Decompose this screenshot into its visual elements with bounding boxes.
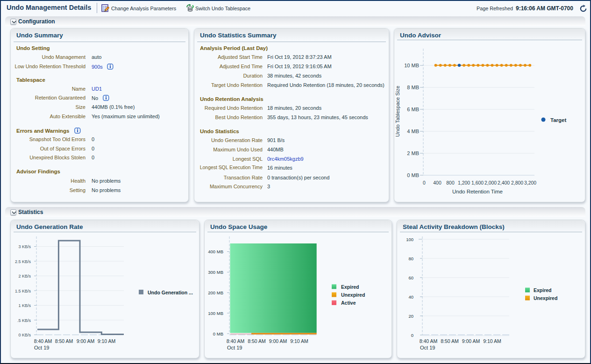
- svg-text:400: 400: [433, 180, 441, 186]
- svg-text:6 MB: 6 MB: [407, 107, 419, 112]
- svg-text:8:40 AM: 8:40 AM: [34, 338, 52, 344]
- svg-text:1 KB/s: 1 KB/s: [18, 303, 31, 308]
- svg-text:10 MB: 10 MB: [404, 63, 419, 68]
- svg-text:2,400: 2,400: [498, 180, 510, 186]
- svg-text:2,000: 2,000: [484, 180, 497, 186]
- svg-text:Oct 19: Oct 19: [34, 345, 49, 350]
- svg-text:Oct 19: Oct 19: [420, 345, 435, 350]
- svg-text:0 KB/s: 0 KB/s: [18, 333, 31, 337]
- svg-text:60: 60: [408, 275, 413, 280]
- svg-text:9:00 AM: 9:00 AM: [462, 338, 480, 344]
- svg-text:9:10 AM: 9:10 AM: [483, 338, 501, 344]
- svg-text:Expired: Expired: [534, 287, 552, 293]
- svg-text:8:50 AM: 8:50 AM: [248, 338, 266, 344]
- svg-text:400 MB: 400 MB: [208, 249, 223, 254]
- svg-text:2.5 KB/s: 2.5 KB/s: [15, 259, 31, 264]
- svg-text:8:50 AM: 8:50 AM: [55, 338, 73, 344]
- svg-text:8:40 AM: 8:40 AM: [227, 338, 245, 344]
- svg-text:.5 KB/s: .5 KB/s: [17, 318, 31, 323]
- svg-text:0: 0: [423, 180, 426, 186]
- svg-text:Target: Target: [550, 117, 566, 123]
- svg-text:0 MB: 0 MB: [213, 331, 223, 336]
- svg-text:100: 100: [406, 237, 413, 242]
- svg-text:0: 0: [411, 333, 413, 338]
- svg-text:200 MB: 200 MB: [208, 290, 223, 295]
- svg-text:4 MB: 4 MB: [407, 128, 419, 134]
- svg-text:Undo Generation ...: Undo Generation ...: [148, 290, 193, 295]
- svg-text:1,600: 1,600: [471, 180, 484, 186]
- svg-text:1.5 KB/s: 1.5 KB/s: [15, 289, 31, 293]
- svg-text:40: 40: [408, 294, 413, 300]
- svg-text:8:40 AM: 8:40 AM: [420, 338, 438, 344]
- svg-text:2,800: 2,800: [511, 180, 523, 186]
- svg-text:3,200: 3,200: [524, 180, 536, 186]
- svg-text:Undo Tablespace Size: Undo Tablespace Size: [395, 86, 400, 136]
- svg-text:Undo Retention Time: Undo Retention Time: [452, 189, 503, 194]
- svg-text:0 MB: 0 MB: [407, 172, 419, 178]
- svg-text:1,200: 1,200: [458, 180, 470, 186]
- svg-text:9:10 AM: 9:10 AM: [98, 338, 116, 344]
- svg-text:8:50 AM: 8:50 AM: [441, 338, 459, 344]
- svg-text:2 KB/s: 2 KB/s: [18, 274, 31, 278]
- svg-text:2 MB: 2 MB: [407, 150, 419, 156]
- svg-text:Unexpired: Unexpired: [341, 292, 365, 298]
- svg-text:300 MB: 300 MB: [208, 270, 223, 275]
- svg-text:Active: Active: [341, 300, 356, 306]
- svg-text:8 MB: 8 MB: [407, 85, 419, 90]
- svg-text:9:00 AM: 9:00 AM: [269, 338, 287, 344]
- svg-text:3 KB/s: 3 KB/s: [18, 244, 31, 249]
- svg-text:Unexpired: Unexpired: [534, 295, 557, 301]
- svg-text:20: 20: [408, 314, 413, 319]
- svg-text:800: 800: [446, 180, 455, 186]
- svg-text:9:10 AM: 9:10 AM: [290, 338, 308, 344]
- svg-text:80: 80: [408, 256, 413, 261]
- svg-text:Expired: Expired: [341, 284, 359, 290]
- svg-text:9:00 AM: 9:00 AM: [77, 338, 95, 344]
- svg-text:100 MB: 100 MB: [208, 311, 223, 316]
- svg-text:Oct 19: Oct 19: [227, 345, 242, 350]
